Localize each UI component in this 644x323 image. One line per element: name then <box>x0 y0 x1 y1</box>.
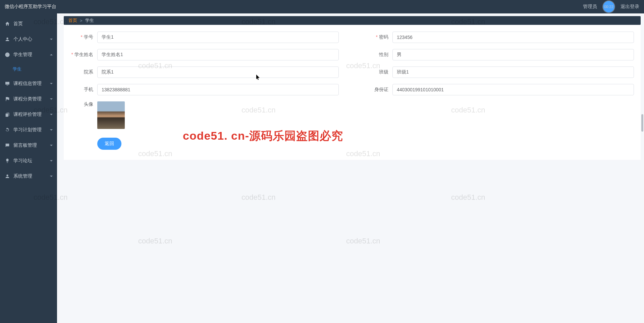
breadcrumb-current: 学生 <box>85 17 94 24</box>
sidebar-item-label: 学生管理 <box>13 52 32 58</box>
chevron-down-icon <box>50 81 53 86</box>
header-logout-link[interactable]: 退出登录 <box>621 4 639 10</box>
chevron-down-icon <box>50 112 53 117</box>
sidebar: 首页 个人中心 学生管理 学生 课程信息管理 课程分类管理 课程评价管理 <box>0 13 57 323</box>
main-content: 首页 > 学生 *学号 *密码 *学生姓名 性别 <box>57 13 644 323</box>
sidebar-item-message-board[interactable]: 留言板管理 <box>0 138 57 153</box>
chat-icon <box>5 143 10 148</box>
monitor-icon <box>5 81 10 86</box>
input-password[interactable] <box>392 32 634 43</box>
sidebar-item-label: 个人中心 <box>13 36 32 42</box>
chevron-down-icon <box>50 158 53 164</box>
clock-icon <box>5 52 10 57</box>
sidebar-item-system[interactable]: 系统管理 <box>0 169 57 184</box>
breadcrumb-sep: > <box>80 18 83 23</box>
sidebar-item-forum[interactable]: 学习论坛 <box>0 153 57 169</box>
chevron-down-icon <box>50 143 53 148</box>
input-department[interactable] <box>97 66 339 78</box>
label-name: *学生姓名 <box>64 52 97 58</box>
sidebar-item-label: 学习论坛 <box>13 158 32 164</box>
chevron-up-icon <box>50 52 53 57</box>
back-button[interactable]: 返回 <box>97 138 121 150</box>
label-student-id: *学号 <box>64 34 97 40</box>
flag-icon <box>5 96 10 102</box>
copy-icon <box>5 112 10 117</box>
label-class: 班级 <box>359 69 392 75</box>
sidebar-item-course-category[interactable]: 课程分类管理 <box>0 91 57 107</box>
sidebar-item-home[interactable]: 首页 <box>0 16 57 32</box>
label-idcard: 身份证 <box>359 87 392 93</box>
sidebar-item-label: 学习计划管理 <box>13 127 42 133</box>
label-department: 院系 <box>64 69 97 75</box>
student-form-card: *学号 *密码 *学生姓名 性别 院系 <box>64 25 641 160</box>
sidebar-item-course-info[interactable]: 课程信息管理 <box>0 76 57 91</box>
sidebar-item-label: 课程信息管理 <box>13 81 42 87</box>
chevron-down-icon <box>50 127 53 133</box>
person-icon <box>5 174 10 179</box>
input-idcard[interactable] <box>392 84 634 95</box>
sidebar-item-label: 课程分类管理 <box>13 96 42 102</box>
label-avatar: 头像 <box>64 101 97 107</box>
input-gender[interactable] <box>392 49 634 60</box>
sidebar-item-label: 课程评价管理 <box>13 111 42 118</box>
person-icon <box>5 37 10 42</box>
sidebar-item-profile[interactable]: 个人中心 <box>0 32 57 47</box>
sidebar-item-course-review[interactable]: 课程评价管理 <box>0 107 57 122</box>
home-icon <box>5 21 10 27</box>
sidebar-subitem-student[interactable]: 学生 <box>0 62 57 76</box>
label-phone: 手机 <box>64 87 97 93</box>
sidebar-subitem-label: 学生 <box>13 66 21 72</box>
sidebar-item-student-mgmt[interactable]: 学生管理 <box>0 47 57 62</box>
refresh-icon <box>5 127 10 133</box>
chevron-down-icon <box>50 37 53 42</box>
breadcrumb: 首页 > 学生 <box>64 16 641 25</box>
chevron-down-icon <box>50 96 53 102</box>
sidebar-item-label: 首页 <box>13 21 23 27</box>
label-password: *密码 <box>359 34 392 40</box>
input-class[interactable] <box>392 66 634 78</box>
avatar-image[interactable] <box>97 101 125 129</box>
scroll-indicator[interactable] <box>641 114 643 132</box>
bulb-icon <box>5 158 10 164</box>
breadcrumb-home[interactable]: 首页 <box>68 17 77 24</box>
input-student-id[interactable] <box>97 32 339 43</box>
app-header: 微信小程序互助学习平台 管理员 00:22 退出登录 <box>0 0 644 13</box>
sidebar-item-study-plan[interactable]: 学习计划管理 <box>0 122 57 138</box>
chevron-down-icon <box>50 174 53 179</box>
input-name[interactable] <box>97 49 339 60</box>
app-title: 微信小程序互助学习平台 <box>5 4 56 10</box>
input-phone[interactable] <box>97 84 339 95</box>
sidebar-item-label: 留言板管理 <box>13 142 37 148</box>
sidebar-item-label: 系统管理 <box>13 173 32 179</box>
header-admin-link[interactable]: 管理员 <box>583 4 597 10</box>
header-time-badge: 00:22 <box>603 1 614 12</box>
label-gender: 性别 <box>359 52 392 58</box>
